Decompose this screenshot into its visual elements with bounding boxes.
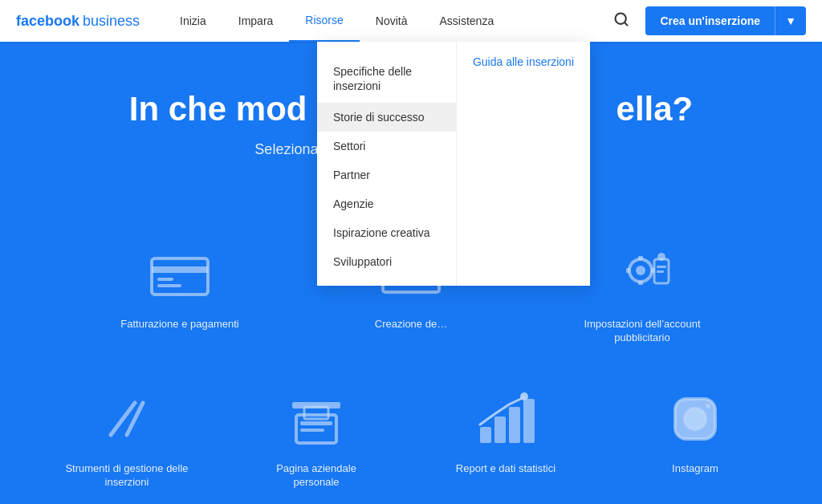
fatturazione-label: Fatturazione e pagamenti — [120, 318, 238, 331]
dropdown-item-sviluppatori[interactable]: Sviluppatori — [317, 247, 456, 276]
report-icon — [474, 387, 538, 451]
svg-rect-23 — [651, 268, 655, 273]
card-strumenti[interactable]: Strumenti di gestione delle inserzioni — [63, 387, 191, 490]
svg-point-15 — [636, 266, 645, 275]
impostazioni-icon — [610, 242, 674, 307]
strumenti-icon — [95, 387, 159, 451]
svg-rect-32 — [494, 417, 506, 443]
search-button[interactable] — [607, 5, 636, 37]
nav-inizia[interactable]: Inizia — [164, 0, 222, 42]
card-report[interactable]: Report e dati statistici — [442, 387, 570, 490]
svg-rect-18 — [657, 270, 664, 273]
logo-facebook: facebook — [16, 13, 79, 30]
card-impostazioni[interactable]: Impostazioni dell’account pubblicitario — [578, 242, 706, 345]
svg-rect-30 — [300, 429, 324, 432]
svg-rect-22 — [626, 268, 630, 273]
nav-assistenza[interactable]: Assistenza — [424, 0, 511, 42]
svg-rect-20 — [638, 256, 643, 260]
creazione-label: Creazione de… — [375, 318, 447, 331]
main-nav: Inizia Impara Risorse Novità Assistenza — [164, 0, 607, 42]
cta-button[interactable]: Crea un'inserzione — [645, 6, 775, 35]
logo-business: business — [83, 13, 140, 30]
svg-rect-5 — [157, 284, 181, 287]
header: facebook business Inizia Impara Risorse … — [0, 0, 822, 42]
dropdown-item-ispirazione[interactable]: Ispirazione creativa — [317, 218, 456, 247]
card-instagram[interactable]: Instagram — [631, 387, 759, 490]
dropdown-right: Guida alle inserzioni — [456, 42, 590, 286]
svg-rect-31 — [480, 427, 491, 443]
cta-dropdown-button[interactable]: ▼ — [775, 6, 806, 35]
risorse-dropdown: Specifiche delle inserzioni Storie di su… — [317, 42, 590, 286]
dropdown-item-partner[interactable]: Partner — [317, 161, 456, 189]
cta-group: Crea un'inserzione ▼ — [645, 6, 806, 35]
pagina-label: Pagina aziendale personale — [252, 462, 380, 490]
svg-rect-17 — [657, 266, 666, 268]
svg-rect-28 — [292, 402, 340, 408]
dropdown-item-agenzie[interactable]: Agenzie — [317, 189, 456, 218]
impostazioni-label: Impostazioni dell’account pubblicitario — [578, 318, 706, 345]
svg-rect-34 — [523, 399, 535, 443]
svg-rect-29 — [300, 421, 332, 425]
svg-point-38 — [706, 404, 710, 408]
svg-rect-2 — [152, 258, 208, 295]
svg-point-35 — [520, 392, 528, 400]
report-label: Report e dati statistici — [456, 462, 555, 476]
svg-point-19 — [657, 253, 665, 261]
card-fatturazione[interactable]: Fatturazione e pagamenti — [116, 242, 244, 345]
nav-risorse[interactable]: Risorse — [289, 0, 359, 42]
dropdown-content: Specifiche delle inserzioni Storie di su… — [317, 42, 590, 286]
nav-novita[interactable]: Novità — [360, 0, 424, 42]
svg-point-37 — [685, 408, 706, 429]
svg-rect-4 — [157, 278, 173, 281]
svg-rect-21 — [638, 281, 643, 285]
nav-impara[interactable]: Impara — [222, 0, 290, 42]
guida-link[interactable]: Guida alle inserzioni — [473, 55, 574, 68]
strumenti-label: Strumenti di gestione delle inserzioni — [63, 462, 191, 490]
dropdown-item-specifiche[interactable]: Specifiche delle inserzioni — [317, 51, 456, 103]
dropdown-item-settori[interactable]: Settori — [317, 132, 456, 161]
logo[interactable]: facebook business — [16, 13, 140, 30]
svg-rect-3 — [152, 266, 208, 273]
svg-rect-27 — [304, 407, 328, 419]
fatturazione-icon — [148, 242, 212, 307]
header-right: Crea un'inserzione ▼ — [607, 5, 806, 37]
dropdown-left: Specifiche delle inserzioni Storie di su… — [317, 42, 456, 286]
svg-rect-33 — [509, 407, 520, 443]
pagina-icon — [284, 387, 348, 451]
card-pagina[interactable]: Pagina aziendale personale — [252, 387, 380, 490]
instagram-icon — [663, 387, 727, 451]
dropdown-item-storie[interactable]: Storie di successo — [317, 103, 456, 132]
svg-line-1 — [625, 22, 628, 26]
instagram-label: Instagram — [672, 462, 718, 476]
